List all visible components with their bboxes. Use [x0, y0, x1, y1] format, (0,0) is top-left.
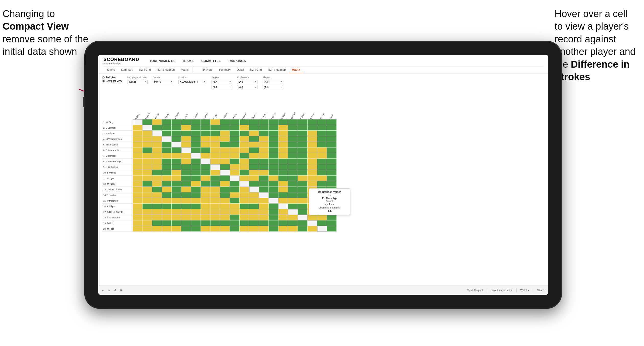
grid-cell[interactable] [191, 176, 201, 181]
grid-cell[interactable] [288, 125, 298, 131]
grid-cell[interactable] [240, 136, 249, 142]
sub-nav-h2h-heatmap[interactable]: H2H Heatmap [154, 67, 178, 73]
grid-cell[interactable] [269, 187, 278, 192]
grid-cell[interactable] [317, 220, 327, 226]
grid-cell[interactable] [133, 153, 143, 159]
grid-cell[interactable] [288, 136, 298, 142]
grid-cell[interactable] [269, 181, 278, 187]
grid-cell[interactable] [249, 215, 259, 220]
grid-cell[interactable] [201, 153, 210, 159]
grid-cell[interactable] [269, 147, 278, 153]
sub-nav-matrix2[interactable]: Matrix [289, 67, 303, 73]
grid-cell[interactable] [152, 131, 162, 136]
grid-cell[interactable] [249, 142, 259, 147]
grid-cell[interactable] [249, 226, 259, 232]
grid-cell[interactable] [191, 164, 201, 170]
grid-cell[interactable] [269, 209, 278, 215]
save-custom-button[interactable]: Save Custom View [491, 289, 512, 292]
grid-cell[interactable] [143, 136, 152, 142]
grid-cell[interactable] [259, 170, 269, 176]
grid-cell[interactable] [162, 204, 172, 209]
grid-cell[interactable] [308, 215, 317, 220]
sub-nav-h2h-grid2[interactable]: H2H Grid [247, 67, 265, 73]
grid-cell[interactable] [278, 192, 288, 198]
grid-cell[interactable] [288, 204, 298, 209]
grid-cell[interactable] [249, 147, 259, 153]
grid-cell[interactable] [259, 198, 269, 204]
grid-cell[interactable] [317, 164, 327, 170]
division-select[interactable]: NCAA Division I [178, 80, 206, 84]
grid-cell[interactable] [152, 187, 162, 192]
grid-cell[interactable] [133, 198, 143, 204]
grid-cell[interactable] [133, 125, 143, 131]
grid-cell[interactable] [259, 125, 269, 131]
grid-cell[interactable] [317, 153, 327, 159]
grid-cell[interactable] [308, 181, 317, 187]
grid-cell[interactable] [181, 147, 191, 153]
grid-cell[interactable] [269, 164, 278, 170]
grid-cell[interactable] [298, 181, 308, 187]
grid-cell[interactable] [278, 215, 288, 220]
grid-cell[interactable] [181, 181, 191, 187]
grid-cell[interactable] [152, 119, 162, 125]
grid-cell[interactable] [259, 187, 269, 192]
grid-cell[interactable] [240, 159, 249, 164]
grid-cell[interactable] [259, 147, 269, 153]
grid-cell[interactable] [288, 164, 298, 170]
grid-cell[interactable] [327, 142, 337, 147]
grid-cell[interactable] [191, 192, 201, 198]
grid-cell[interactable] [288, 209, 298, 215]
grid-cell[interactable] [152, 192, 162, 198]
grid-cell[interactable] [220, 187, 230, 192]
grid-cell[interactable] [298, 187, 308, 192]
grid-cell[interactable] [210, 187, 220, 192]
grid-cell[interactable] [240, 142, 249, 147]
grid-cell[interactable] [133, 131, 143, 136]
grid-cell[interactable] [210, 153, 220, 159]
max-players-select[interactable]: Top 25 [127, 80, 148, 84]
grid-cell[interactable] [230, 136, 240, 142]
grid-cell[interactable] [288, 187, 298, 192]
grid-cell[interactable] [201, 136, 210, 142]
grid-cell[interactable] [327, 164, 337, 170]
grid-cell[interactable] [288, 119, 298, 125]
grid-cell[interactable] [269, 215, 278, 220]
grid-cell[interactable] [162, 147, 172, 153]
grid-cell[interactable] [269, 136, 278, 142]
grid-cell[interactable] [327, 220, 337, 226]
region-select2[interactable]: N/A [212, 85, 232, 89]
grid-cell[interactable] [143, 209, 152, 215]
grid-cell[interactable] [220, 192, 230, 198]
grid-cell[interactable] [152, 198, 162, 204]
grid-cell[interactable] [317, 226, 327, 232]
grid-cell[interactable] [143, 226, 152, 232]
grid-cell[interactable] [191, 215, 201, 220]
grid-cell[interactable] [210, 136, 220, 142]
sub-nav-summary[interactable]: Summary [118, 67, 136, 73]
grid-cell[interactable] [133, 209, 143, 215]
grid-cell[interactable] [133, 204, 143, 209]
grid-cell[interactable] [143, 204, 152, 209]
grid-cell[interactable] [269, 131, 278, 136]
grid-cell[interactable] [298, 226, 308, 232]
grid-cell[interactable] [210, 170, 220, 176]
grid-cell[interactable] [240, 176, 249, 181]
sub-nav-matrix[interactable]: Matrix [178, 67, 192, 73]
grid-cell[interactable] [298, 204, 308, 209]
grid-cell[interactable] [210, 220, 220, 226]
grid-cell[interactable] [152, 204, 162, 209]
grid-cell[interactable] [259, 215, 269, 220]
grid-cell[interactable] [308, 142, 317, 147]
grid-cell[interactable] [143, 119, 152, 125]
grid-cell[interactable] [152, 136, 162, 142]
full-view-radio[interactable] [102, 76, 105, 79]
grid-cell[interactable] [133, 159, 143, 164]
grid-cell[interactable] [278, 125, 288, 131]
grid-cell[interactable] [172, 142, 181, 147]
grid-cell[interactable] [327, 181, 337, 187]
grid-cell[interactable] [278, 181, 288, 187]
grid-cell[interactable] [249, 181, 259, 187]
grid-cell[interactable] [240, 119, 249, 125]
grid-cell[interactable] [278, 209, 288, 215]
grid-cell[interactable] [249, 198, 259, 204]
